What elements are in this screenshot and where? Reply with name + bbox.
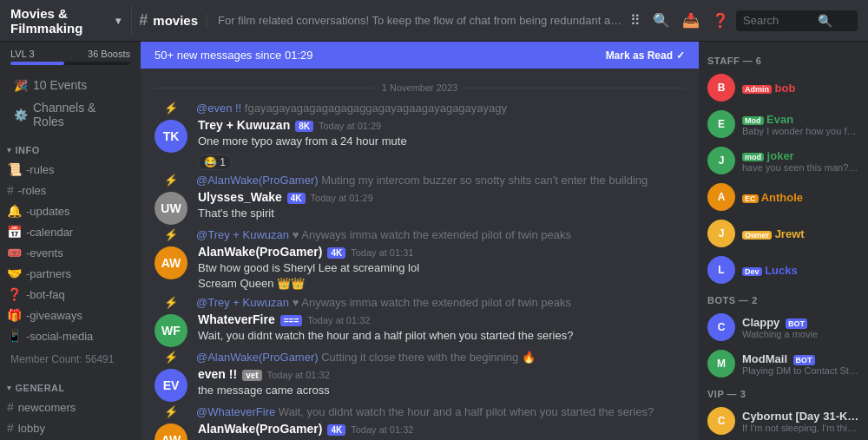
msg-time: Today at 01:31	[351, 247, 413, 258]
help-icon[interactable]: ❓	[712, 12, 729, 29]
new-messages-bar[interactable]: 50+ new messages since 01:29 Mark as Rea…	[141, 42, 699, 69]
left-sidebar: LVL 3 36 Boosts 🎉 10 Events ⚙️ Channels …	[0, 42, 141, 440]
channel-item-rules[interactable]: 📜 -rules	[0, 159, 141, 180]
channel-icon: 🔔	[7, 204, 22, 218]
msg-text: Scream Queen 👑👑	[198, 276, 685, 292]
sidebar-item-events-label: 10 Events	[33, 78, 87, 92]
channel-label: -bot-faq	[26, 288, 65, 301]
mark-as-read-button[interactable]: Mark as Read ✓	[606, 49, 685, 62]
channel-topic: For film related conversations! To keep …	[207, 14, 623, 27]
channel-label: -partners	[26, 267, 71, 280]
section-header-info[interactable]: ▾ INFO	[0, 135, 141, 159]
role-badge: 4K	[327, 247, 345, 259]
sidebar-item-events[interactable]: 🎉 10 Events	[7, 74, 134, 96]
members-section-header-vip: VIP — 3	[699, 382, 868, 403]
channel-item-bot-faq[interactable]: ❓ -bot-faq	[0, 284, 141, 305]
reaction[interactable]: 😂 1	[198, 154, 232, 170]
member-item-joker[interactable]: J mod joker have you seen this man? n...	[699, 142, 868, 179]
channel-label: -roles	[18, 184, 47, 197]
channel-item-calendar[interactable]: 📅 -calendar	[0, 221, 141, 242]
member-name: Clappy BOT	[742, 316, 859, 329]
channel-item-events[interactable]: 🎟️ -events	[0, 242, 141, 263]
role-badge: 4K	[287, 193, 306, 204]
msg-header: Ulysses_Wake 4K Today at 01:29	[198, 190, 685, 204]
system-icon: ⚡	[155, 405, 187, 418]
member-name: Cybornut [Day 31-Kitc...	[742, 410, 859, 423]
section-label-general: GENERAL	[16, 383, 65, 393]
members-icon[interactable]: ⠿	[630, 12, 641, 29]
system-icon: ⚡	[155, 296, 187, 309]
channel-icon: #	[7, 183, 14, 197]
msg-author: Ulysses_Wake	[198, 190, 282, 204]
channel-icon: 🎁	[7, 308, 22, 322]
msg-content: Ulysses_Wake 4K Today at 01:29 That's th…	[198, 190, 685, 225]
msg-content: even !! vet Today at 01:32 the message c…	[198, 367, 685, 402]
avatar: C	[707, 407, 735, 435]
chevron-down-icon: ▾	[115, 15, 121, 27]
member-item-cybornut[interactable]: C Cybornut [Day 31-Kitc... If I'm not sl…	[699, 403, 868, 439]
channel-icon: 📜	[7, 162, 22, 176]
bot-badge: BOT	[793, 355, 815, 365]
member-count: Member Count: 56491	[0, 346, 141, 372]
member-status: If I'm not sleeping, I'm thin...	[742, 423, 859, 433]
message-group: EV even !! vet Today at 01:32 the messag…	[141, 365, 699, 404]
member-name: Dev Lucks	[742, 264, 859, 277]
channel-icon: 🤝	[7, 266, 22, 280]
channel-icon: ❓	[7, 287, 22, 301]
channel-label: lobby	[18, 422, 45, 435]
avatar: WF	[155, 314, 187, 347]
section-header-general[interactable]: ▾ GENERAL	[0, 372, 141, 397]
inbox-icon[interactable]: 📥	[682, 12, 700, 29]
admin-tag: Admin	[742, 85, 772, 94]
search-input[interactable]	[743, 14, 812, 27]
msg-author: even !!	[198, 367, 237, 381]
msg-author: Trey + Kuwuzan	[198, 118, 290, 132]
channel-item-partners[interactable]: 🤝 -partners	[0, 263, 141, 284]
avatar: J	[707, 147, 735, 174]
mod-tag: mod	[742, 153, 764, 161]
channel-icon: 🎟️	[7, 246, 22, 259]
member-info: mod joker have you seen this man? n...	[742, 149, 859, 173]
channel-label: -calendar	[26, 226, 73, 239]
member-item-clappy[interactable]: C Clappy BOT Watching a movie	[699, 309, 868, 345]
channel-label: -rules	[26, 163, 55, 176]
search-submit-icon[interactable]: 🔍	[818, 14, 832, 28]
mark-read-label: Mark as Read	[606, 49, 673, 62]
system-text: @Trey + Kuwuzan ♥ Anyways imma watch the…	[196, 228, 571, 241]
member-item-anthole[interactable]: A EC Anthole	[699, 179, 868, 215]
channel-label: -events	[26, 246, 63, 259]
system-message: ⚡ @Trey + Kuwuzan ♥ Anyways imma watch t…	[141, 227, 699, 243]
quick-links: 🎉 10 Events ⚙️ Channels & Roles	[0, 70, 141, 135]
msg-text: That's the spirit	[198, 206, 685, 221]
channel-item-roles[interactable]: # -roles	[0, 180, 141, 200]
system-text: @WhateverFire Wait, you didnt watch the …	[196, 405, 654, 418]
message-group: AW AlanWake(ProGamer) 4K Today at 01:32 …	[141, 420, 699, 440]
channel-item-updates[interactable]: 🔔 -updates	[0, 200, 141, 221]
server-name[interactable]: Movies & Filmmaking ▾	[10, 6, 132, 36]
member-item-modmail[interactable]: M ModMail BOT Playing DM to Contact Staf…	[699, 345, 868, 382]
top-bar: Movies & Filmmaking ▾ # movies For film …	[0, 0, 868, 42]
channel-item-newcomers[interactable]: # newcomers	[0, 397, 141, 417]
channel-item-giveaways[interactable]: 🎁 -giveaways	[0, 305, 141, 325]
member-item-bob[interactable]: B Admin bob	[699, 69, 868, 106]
search-box[interactable]: 🔍	[736, 10, 858, 31]
channel-item-lobby[interactable]: # lobby	[0, 417, 141, 438]
member-item-jrewt[interactable]: J Owner Jrewt	[699, 215, 868, 252]
role-badge: 4K	[327, 424, 345, 436]
member-status: Baby I wonder how you fee...	[742, 126, 859, 136]
member-item-lucks[interactable]: L Dev Lucks	[699, 252, 868, 288]
search-icon[interactable]: 🔍	[653, 12, 670, 29]
system-message: ⚡ @AlanWake(ProGamer) Muting my intercom…	[141, 172, 699, 188]
sidebar-item-channels-roles[interactable]: ⚙️ Channels & Roles	[7, 96, 134, 133]
member-item-evan[interactable]: E Mod Evan Baby I wonder how you fee...	[699, 106, 868, 142]
lvl-bar: LVL 3 36 Boosts	[0, 42, 141, 70]
arrow-icon: ▾	[7, 384, 12, 392]
msg-content: Trey + Kuwuzan 8K Today at 01:29 One mor…	[198, 118, 685, 170]
avatar: AW	[155, 424, 187, 440]
member-info: Admin bob	[742, 82, 859, 95]
channels-icon: ⚙️	[14, 108, 28, 121]
channel-item-social-media[interactable]: 📱 -social-media	[0, 325, 141, 346]
msg-content: WhateverFire === Today at 01:32 Wait, yo…	[198, 312, 685, 347]
msg-header: even !! vet Today at 01:32	[198, 367, 685, 381]
date-divider: 1 November 2023	[141, 76, 699, 100]
